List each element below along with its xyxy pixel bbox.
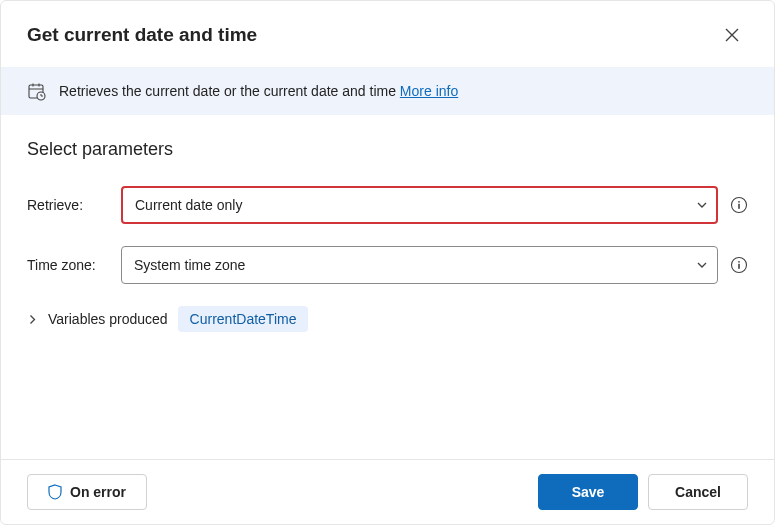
close-icon [725, 28, 739, 42]
footer-actions: Save Cancel [538, 474, 748, 510]
info-description: Retrieves the current date or the curren… [59, 83, 400, 99]
timezone-select-wrap: System time zone [121, 246, 718, 284]
variables-row: Variables produced CurrentDateTime [27, 306, 748, 332]
retrieve-select-wrap: Current date only [121, 186, 718, 224]
retrieve-label: Retrieve: [27, 197, 109, 213]
chevron-right-icon[interactable] [27, 314, 38, 325]
svg-rect-10 [738, 264, 740, 269]
close-button[interactable] [716, 19, 748, 51]
info-text: Retrieves the current date or the curren… [59, 83, 458, 99]
info-bar: Retrieves the current date or the curren… [1, 67, 774, 115]
shield-icon [48, 484, 62, 500]
retrieve-select[interactable]: Current date only [121, 186, 718, 224]
on-error-button[interactable]: On error [27, 474, 147, 510]
svg-point-9 [738, 261, 740, 263]
timezone-select[interactable]: System time zone [121, 246, 718, 284]
timezone-row: Time zone: System time zone [27, 246, 748, 284]
content-area: Select parameters Retrieve: Current date… [1, 115, 774, 459]
dialog-footer: On error Save Cancel [1, 459, 774, 524]
timezone-value: System time zone [134, 257, 245, 273]
info-icon[interactable] [730, 196, 748, 214]
retrieve-row: Retrieve: Current date only [27, 186, 748, 224]
variables-label: Variables produced [48, 311, 168, 327]
svg-point-6 [738, 201, 740, 203]
section-title: Select parameters [27, 139, 748, 160]
save-button[interactable]: Save [538, 474, 638, 510]
more-info-link[interactable]: More info [400, 83, 458, 99]
svg-rect-7 [738, 204, 740, 209]
timezone-label: Time zone: [27, 257, 109, 273]
dialog-header: Get current date and time [1, 1, 774, 67]
on-error-label: On error [70, 484, 126, 500]
retrieve-value: Current date only [135, 197, 242, 213]
variable-chip[interactable]: CurrentDateTime [178, 306, 309, 332]
info-icon[interactable] [730, 256, 748, 274]
dialog-title: Get current date and time [27, 24, 257, 46]
cancel-button[interactable]: Cancel [648, 474, 748, 510]
calendar-clock-icon [27, 81, 47, 101]
